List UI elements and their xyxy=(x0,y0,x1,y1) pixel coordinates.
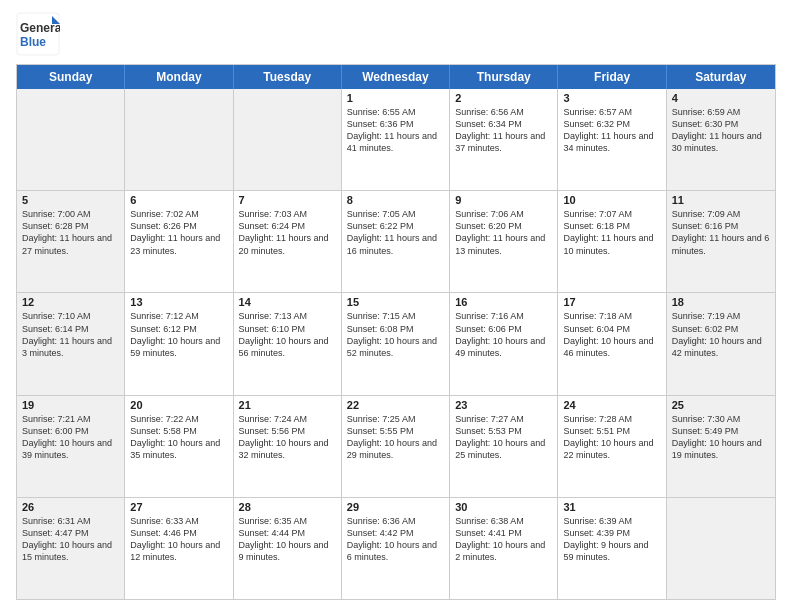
calendar-day-cell: 29Sunrise: 6:36 AM Sunset: 4:42 PM Dayli… xyxy=(342,498,450,599)
day-number: 4 xyxy=(672,92,770,104)
day-info-text: Sunrise: 7:15 AM Sunset: 6:08 PM Dayligh… xyxy=(347,310,444,359)
day-info-text: Sunrise: 6:55 AM Sunset: 6:36 PM Dayligh… xyxy=(347,106,444,155)
calendar-day-cell: 11Sunrise: 7:09 AM Sunset: 6:16 PM Dayli… xyxy=(667,191,775,292)
day-info-text: Sunrise: 7:18 AM Sunset: 6:04 PM Dayligh… xyxy=(563,310,660,359)
day-info-text: Sunrise: 7:13 AM Sunset: 6:10 PM Dayligh… xyxy=(239,310,336,359)
day-number: 24 xyxy=(563,399,660,411)
day-number: 25 xyxy=(672,399,770,411)
day-info-text: Sunrise: 6:59 AM Sunset: 6:30 PM Dayligh… xyxy=(672,106,770,155)
day-info-text: Sunrise: 7:02 AM Sunset: 6:26 PM Dayligh… xyxy=(130,208,227,257)
day-info-text: Sunrise: 7:30 AM Sunset: 5:49 PM Dayligh… xyxy=(672,413,770,462)
calendar-day-cell: 22Sunrise: 7:25 AM Sunset: 5:55 PM Dayli… xyxy=(342,396,450,497)
calendar-day-cell: 2Sunrise: 6:56 AM Sunset: 6:34 PM Daylig… xyxy=(450,89,558,190)
day-info-text: Sunrise: 6:39 AM Sunset: 4:39 PM Dayligh… xyxy=(563,515,660,564)
day-number: 3 xyxy=(563,92,660,104)
header: General Blue xyxy=(16,12,776,56)
day-number: 7 xyxy=(239,194,336,206)
calendar-day-cell: 28Sunrise: 6:35 AM Sunset: 4:44 PM Dayli… xyxy=(234,498,342,599)
calendar-day-cell: 9Sunrise: 7:06 AM Sunset: 6:20 PM Daylig… xyxy=(450,191,558,292)
calendar-day-cell: 23Sunrise: 7:27 AM Sunset: 5:53 PM Dayli… xyxy=(450,396,558,497)
day-info-text: Sunrise: 6:35 AM Sunset: 4:44 PM Dayligh… xyxy=(239,515,336,564)
calendar-day-cell: 25Sunrise: 7:30 AM Sunset: 5:49 PM Dayli… xyxy=(667,396,775,497)
day-number: 17 xyxy=(563,296,660,308)
day-info-text: Sunrise: 7:25 AM Sunset: 5:55 PM Dayligh… xyxy=(347,413,444,462)
day-info-text: Sunrise: 7:12 AM Sunset: 6:12 PM Dayligh… xyxy=(130,310,227,359)
day-number: 18 xyxy=(672,296,770,308)
day-number: 27 xyxy=(130,501,227,513)
calendar-day-cell: 20Sunrise: 7:22 AM Sunset: 5:58 PM Dayli… xyxy=(125,396,233,497)
calendar-day-cell: 4Sunrise: 6:59 AM Sunset: 6:30 PM Daylig… xyxy=(667,89,775,190)
calendar-day-cell: 10Sunrise: 7:07 AM Sunset: 6:18 PM Dayli… xyxy=(558,191,666,292)
calendar-day-cell: 6Sunrise: 7:02 AM Sunset: 6:26 PM Daylig… xyxy=(125,191,233,292)
day-info-text: Sunrise: 6:56 AM Sunset: 6:34 PM Dayligh… xyxy=(455,106,552,155)
day-info-text: Sunrise: 7:10 AM Sunset: 6:14 PM Dayligh… xyxy=(22,310,119,359)
calendar-day-cell: 19Sunrise: 7:21 AM Sunset: 6:00 PM Dayli… xyxy=(17,396,125,497)
calendar-day-cell: 26Sunrise: 6:31 AM Sunset: 4:47 PM Dayli… xyxy=(17,498,125,599)
day-info-text: Sunrise: 6:57 AM Sunset: 6:32 PM Dayligh… xyxy=(563,106,660,155)
calendar-week-row: 19Sunrise: 7:21 AM Sunset: 6:00 PM Dayli… xyxy=(17,395,775,497)
day-number: 2 xyxy=(455,92,552,104)
calendar-day-cell: 31Sunrise: 6:39 AM Sunset: 4:39 PM Dayli… xyxy=(558,498,666,599)
calendar-body: 1Sunrise: 6:55 AM Sunset: 6:36 PM Daylig… xyxy=(17,89,775,599)
calendar-day-cell: 13Sunrise: 7:12 AM Sunset: 6:12 PM Dayli… xyxy=(125,293,233,394)
calendar-day-cell: 3Sunrise: 6:57 AM Sunset: 6:32 PM Daylig… xyxy=(558,89,666,190)
calendar-week-row: 1Sunrise: 6:55 AM Sunset: 6:36 PM Daylig… xyxy=(17,89,775,190)
calendar-day-cell: 21Sunrise: 7:24 AM Sunset: 5:56 PM Dayli… xyxy=(234,396,342,497)
day-number: 19 xyxy=(22,399,119,411)
calendar-empty-cell xyxy=(17,89,125,190)
day-number: 26 xyxy=(22,501,119,513)
day-number: 28 xyxy=(239,501,336,513)
day-number: 11 xyxy=(672,194,770,206)
calendar-day-cell: 27Sunrise: 6:33 AM Sunset: 4:46 PM Dayli… xyxy=(125,498,233,599)
calendar-header-cell: Saturday xyxy=(667,65,775,89)
day-info-text: Sunrise: 6:31 AM Sunset: 4:47 PM Dayligh… xyxy=(22,515,119,564)
day-info-text: Sunrise: 7:16 AM Sunset: 6:06 PM Dayligh… xyxy=(455,310,552,359)
calendar-day-cell: 15Sunrise: 7:15 AM Sunset: 6:08 PM Dayli… xyxy=(342,293,450,394)
calendar-empty-cell xyxy=(667,498,775,599)
calendar-week-row: 5Sunrise: 7:00 AM Sunset: 6:28 PM Daylig… xyxy=(17,190,775,292)
logo-svg: General Blue xyxy=(16,12,60,56)
day-info-text: Sunrise: 7:19 AM Sunset: 6:02 PM Dayligh… xyxy=(672,310,770,359)
day-info-text: Sunrise: 7:05 AM Sunset: 6:22 PM Dayligh… xyxy=(347,208,444,257)
calendar-day-cell: 24Sunrise: 7:28 AM Sunset: 5:51 PM Dayli… xyxy=(558,396,666,497)
day-number: 13 xyxy=(130,296,227,308)
calendar-empty-cell xyxy=(125,89,233,190)
day-number: 30 xyxy=(455,501,552,513)
day-number: 6 xyxy=(130,194,227,206)
day-number: 1 xyxy=(347,92,444,104)
day-number: 10 xyxy=(563,194,660,206)
calendar-header-cell: Tuesday xyxy=(234,65,342,89)
day-info-text: Sunrise: 7:09 AM Sunset: 6:16 PM Dayligh… xyxy=(672,208,770,257)
calendar-day-cell: 18Sunrise: 7:19 AM Sunset: 6:02 PM Dayli… xyxy=(667,293,775,394)
calendar-day-cell: 16Sunrise: 7:16 AM Sunset: 6:06 PM Dayli… xyxy=(450,293,558,394)
day-info-text: Sunrise: 7:27 AM Sunset: 5:53 PM Dayligh… xyxy=(455,413,552,462)
calendar-day-cell: 12Sunrise: 7:10 AM Sunset: 6:14 PM Dayli… xyxy=(17,293,125,394)
day-number: 23 xyxy=(455,399,552,411)
day-info-text: Sunrise: 7:07 AM Sunset: 6:18 PM Dayligh… xyxy=(563,208,660,257)
calendar-day-cell: 5Sunrise: 7:00 AM Sunset: 6:28 PM Daylig… xyxy=(17,191,125,292)
day-info-text: Sunrise: 7:28 AM Sunset: 5:51 PM Dayligh… xyxy=(563,413,660,462)
calendar-week-row: 12Sunrise: 7:10 AM Sunset: 6:14 PM Dayli… xyxy=(17,292,775,394)
calendar-day-cell: 30Sunrise: 6:38 AM Sunset: 4:41 PM Dayli… xyxy=(450,498,558,599)
day-number: 16 xyxy=(455,296,552,308)
day-info-text: Sunrise: 7:00 AM Sunset: 6:28 PM Dayligh… xyxy=(22,208,119,257)
calendar-header-cell: Friday xyxy=(558,65,666,89)
calendar-header-cell: Thursday xyxy=(450,65,558,89)
calendar-header-cell: Wednesday xyxy=(342,65,450,89)
day-info-text: Sunrise: 7:22 AM Sunset: 5:58 PM Dayligh… xyxy=(130,413,227,462)
day-info-text: Sunrise: 7:06 AM Sunset: 6:20 PM Dayligh… xyxy=(455,208,552,257)
calendar-day-cell: 17Sunrise: 7:18 AM Sunset: 6:04 PM Dayli… xyxy=(558,293,666,394)
day-number: 14 xyxy=(239,296,336,308)
calendar-day-cell: 7Sunrise: 7:03 AM Sunset: 6:24 PM Daylig… xyxy=(234,191,342,292)
day-number: 9 xyxy=(455,194,552,206)
day-number: 21 xyxy=(239,399,336,411)
calendar-header-cell: Monday xyxy=(125,65,233,89)
day-number: 31 xyxy=(563,501,660,513)
day-info-text: Sunrise: 6:38 AM Sunset: 4:41 PM Dayligh… xyxy=(455,515,552,564)
calendar-day-cell: 8Sunrise: 7:05 AM Sunset: 6:22 PM Daylig… xyxy=(342,191,450,292)
day-info-text: Sunrise: 7:24 AM Sunset: 5:56 PM Dayligh… xyxy=(239,413,336,462)
calendar-day-cell: 1Sunrise: 6:55 AM Sunset: 6:36 PM Daylig… xyxy=(342,89,450,190)
day-info-text: Sunrise: 7:21 AM Sunset: 6:00 PM Dayligh… xyxy=(22,413,119,462)
day-number: 12 xyxy=(22,296,119,308)
day-number: 22 xyxy=(347,399,444,411)
